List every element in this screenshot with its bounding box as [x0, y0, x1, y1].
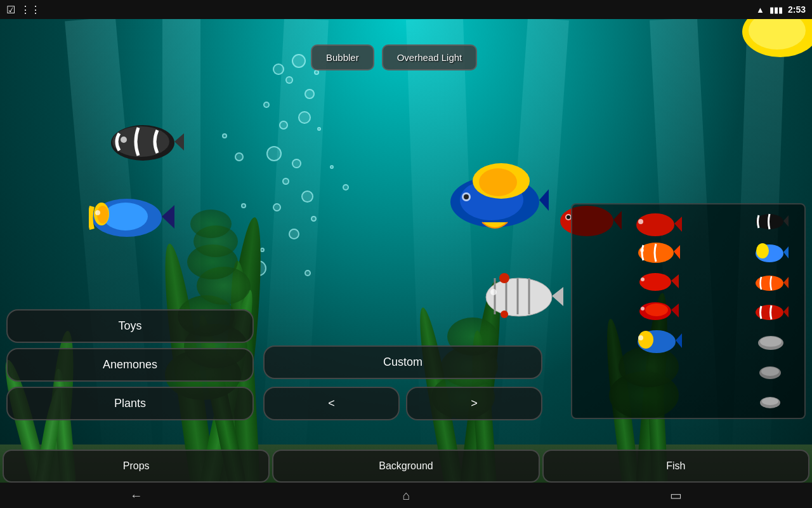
- fish-option-red-small-2[interactable]: [577, 297, 738, 324]
- fish-panel-left: [577, 210, 738, 413]
- bottom-tabs: Props Background Fish: [0, 450, 812, 483]
- svg-point-13: [479, 168, 517, 196]
- svg-point-38: [640, 248, 644, 252]
- svg-point-1: [112, 126, 169, 157]
- fish-option-blue-yellow[interactable]: [577, 326, 738, 353]
- svg-point-45: [641, 307, 645, 311]
- svg-point-35: [638, 219, 643, 224]
- svg-marker-51: [783, 215, 789, 227]
- prev-button[interactable]: <: [263, 387, 400, 420]
- time-display: 2:53: [788, 4, 806, 15]
- left-menu: Toys Anemones Plants: [6, 309, 254, 420]
- svg-point-60: [760, 337, 782, 347]
- fish-option-yellow-blue[interactable]: [754, 239, 789, 265]
- svg-marker-48: [676, 333, 682, 348]
- svg-point-53: [756, 243, 769, 258]
- tab-background[interactable]: Background: [272, 450, 539, 483]
- svg-point-39: [639, 273, 671, 291]
- svg-point-26: [490, 289, 497, 295]
- fish-option-red-white[interactable]: [754, 300, 789, 324]
- svg-point-24: [499, 273, 509, 283]
- svg-point-62: [761, 367, 779, 376]
- battery-icon: ▮▮▮: [769, 5, 783, 15]
- fish-sun: [730, 19, 812, 72]
- next-button[interactable]: >: [406, 387, 542, 420]
- svg-point-41: [641, 277, 645, 281]
- status-bar: ☑ ⋮⋮ ▲ ▮▮▮ 2:53: [0, 0, 812, 19]
- overhead-light-button[interactable]: Overhead Light: [382, 44, 478, 70]
- top-buttons-container: Bubbler Overhead Light: [311, 44, 477, 70]
- checkbox-status-icon: ☑: [6, 4, 15, 16]
- svg-marker-54: [783, 246, 789, 258]
- fish-option-black-white[interactable]: [754, 210, 789, 233]
- svg-marker-6: [162, 205, 174, 229]
- recents-button[interactable]: ▭: [670, 488, 682, 503]
- fish-selection-panel: [571, 203, 806, 419]
- svg-marker-34: [674, 217, 682, 232]
- bubbler-button[interactable]: Bubbler: [311, 44, 374, 70]
- svg-point-16: [464, 194, 469, 199]
- fish-option-red-small-1[interactable]: [577, 268, 738, 295]
- svg-point-25: [501, 311, 508, 318]
- fish-angelfish: [444, 159, 552, 237]
- status-bar-right: ▲ ▮▮▮ 2:53: [756, 4, 806, 15]
- fish-butterfly: [482, 267, 565, 326]
- svg-point-33: [636, 213, 674, 236]
- stone-option-1[interactable]: [757, 330, 785, 354]
- svg-point-49: [638, 335, 643, 340]
- stone-option-3[interactable]: [759, 389, 783, 413]
- svg-marker-23: [552, 287, 563, 306]
- nav-row: < >: [263, 387, 542, 420]
- plants-button[interactable]: Plants: [6, 387, 254, 420]
- tab-props[interactable]: Props: [3, 450, 270, 483]
- navigation-bar: ← ⌂ ▭: [0, 483, 812, 508]
- svg-marker-44: [671, 304, 679, 318]
- fish-blue-tang: [89, 187, 178, 247]
- center-menu: Custom < >: [263, 345, 542, 420]
- svg-point-43: [645, 304, 668, 316]
- status-bar-left: ☑ ⋮⋮: [6, 4, 41, 16]
- fish-panel-right: [742, 210, 799, 413]
- svg-point-30: [566, 215, 570, 219]
- stone-option-2[interactable]: [758, 360, 783, 384]
- back-button[interactable]: ←: [130, 488, 143, 503]
- svg-point-5: [103, 203, 148, 231]
- aquarium-background: Bubbler Overhead Light: [0, 19, 812, 483]
- svg-marker-58: [783, 306, 789, 318]
- toys-button[interactable]: Toys: [6, 309, 254, 343]
- fish-option-clownfish[interactable]: [577, 239, 738, 265]
- svg-point-3: [121, 137, 127, 143]
- fish-option-red-large[interactable]: [577, 210, 738, 236]
- tab-fish[interactable]: Fish: [542, 450, 809, 483]
- svg-point-9: [95, 210, 100, 215]
- svg-marker-37: [674, 245, 680, 259]
- home-button[interactable]: ⌂: [402, 488, 410, 503]
- anemones-button[interactable]: Anemones: [6, 348, 254, 382]
- fish-clownfish: [108, 117, 184, 168]
- svg-point-64: [762, 398, 778, 405]
- svg-marker-2: [174, 133, 184, 150]
- fish-option-orange-clown[interactable]: [754, 271, 789, 295]
- svg-marker-40: [671, 274, 679, 288]
- custom-button[interactable]: Custom: [263, 345, 542, 379]
- menu-status-icon: ⋮⋮: [20, 4, 41, 16]
- svg-marker-56: [783, 277, 789, 288]
- svg-marker-14: [539, 189, 549, 211]
- wifi-icon: ▲: [756, 5, 764, 15]
